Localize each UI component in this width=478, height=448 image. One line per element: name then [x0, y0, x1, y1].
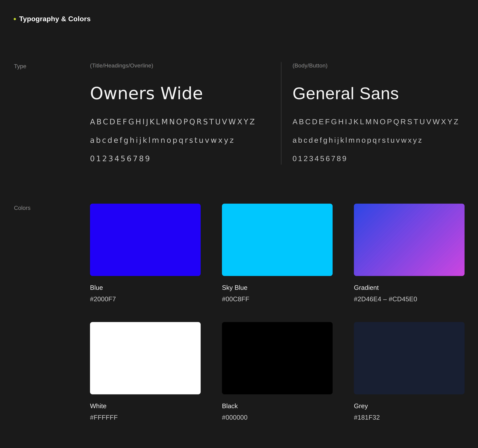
type-specimen-headings: (Title/Headings/Overline) Owners Wide AB… — [90, 62, 274, 162]
swatch-name: Blue — [90, 284, 201, 291]
swatch-color — [222, 322, 333, 394]
type-specimen-body: (Body/Button) General Sans ABCDEFGHIJKLM… — [293, 62, 469, 162]
page-header: Typography & Colors — [14, 15, 91, 23]
swatch-card-black: Black #000000 — [222, 322, 333, 421]
swatch-hex: #2000F7 — [90, 295, 201, 303]
alphabet-lowercase: abcdefghijklmnopqrstuvwxyz — [293, 136, 469, 144]
swatch-hex: #000000 — [222, 414, 333, 421]
style-guide-page: Typography & Colors Type (Title/Headings… — [0, 0, 478, 448]
page-title: Typography & Colors — [19, 15, 91, 23]
alphabet-numerals: 0123456789 — [90, 155, 274, 162]
swatch-card-gradient: Gradient #2D46E4 – #CD45E0 — [354, 204, 465, 303]
alphabet-uppercase: ABCDEFGHIJKLMNOPQRSTUVWXYZ — [90, 118, 274, 126]
color-swatch-grid: Blue #2000F7 Sky Blue #00C8FF Gradient #… — [90, 204, 465, 421]
swatch-hex: #FFFFFF — [90, 414, 201, 421]
swatch-color — [354, 322, 465, 394]
bullet-icon — [14, 18, 16, 20]
specimen-divider — [281, 62, 281, 164]
swatch-hex: #181F32 — [354, 414, 465, 421]
swatch-card-blue: Blue #2000F7 — [90, 204, 201, 303]
swatch-name: Grey — [354, 402, 465, 410]
alphabet-uppercase: ABCDEFGHIJKLMNOPQRSTUVWXYZ — [293, 118, 469, 126]
colors-section-label: Colors — [14, 204, 31, 211]
usage-label: (Body/Button) — [293, 62, 469, 69]
font-name: Owners Wide — [90, 84, 274, 103]
swatch-card-white: White #FFFFFF — [90, 322, 201, 421]
usage-label: (Title/Headings/Overline) — [90, 62, 274, 69]
swatch-name: Gradient — [354, 284, 465, 291]
swatch-color — [90, 322, 201, 394]
alphabet-numerals: 0123456789 — [293, 155, 469, 162]
swatch-name: White — [90, 402, 201, 410]
font-name: General Sans — [293, 84, 469, 103]
type-section-label: Type — [14, 63, 26, 69]
swatch-color — [354, 204, 465, 276]
swatch-name: Sky Blue — [222, 284, 333, 291]
swatch-color — [222, 204, 333, 276]
swatch-color — [90, 204, 201, 276]
swatch-card-grey: Grey #181F32 — [354, 322, 465, 421]
swatch-hex: #2D46E4 – #CD45E0 — [354, 295, 465, 303]
swatch-hex: #00C8FF — [222, 295, 333, 303]
swatch-name: Black — [222, 402, 333, 410]
alphabet-lowercase: abcdefghijklmnopqrstuvwxyz — [90, 136, 274, 144]
swatch-card-sky-blue: Sky Blue #00C8FF — [222, 204, 333, 303]
